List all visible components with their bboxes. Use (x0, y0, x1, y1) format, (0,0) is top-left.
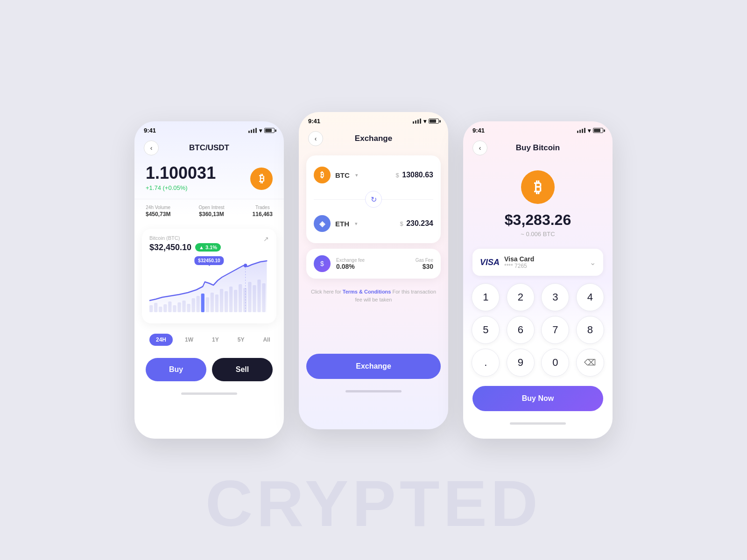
battery-icon-2 (429, 119, 439, 124)
exchange-button[interactable]: Exchange (306, 354, 441, 379)
divider-line-left (314, 199, 365, 200)
num-7[interactable]: 7 (541, 316, 569, 344)
status-icons-1: ▾ (248, 127, 275, 134)
stat-interest-label: Open Intrest (198, 205, 224, 210)
chevron-down-icon[interactable]: ⌄ (590, 258, 596, 267)
gas-fee-value: $30 (416, 263, 433, 270)
btc-dropdown[interactable]: ▾ (355, 172, 358, 178)
eth-coin-name: ETH (335, 220, 349, 228)
card-left: VISA Visa Card **** 7265 (480, 255, 534, 269)
num-6[interactable]: 6 (507, 316, 535, 344)
eth-dropdown[interactable]: ▾ (355, 221, 358, 227)
nav-bar-1: ‹ BTC/USDT (134, 137, 284, 159)
stats-row: 24h Volume $450,73M Open Intrest $360,13… (134, 199, 284, 223)
home-indicator-3 (510, 422, 566, 425)
eth-amount-container: $ 230.234 (400, 219, 433, 228)
num-1[interactable]: 1 (472, 283, 500, 311)
eth-left: ◈ ETH ▾ (314, 215, 358, 232)
buy-bitcoin-header: ₿ $3,283.26 ~ 0.006 BTC (463, 159, 613, 245)
status-bar-2: 9:41 ▾ (299, 112, 448, 127)
chart-label: Bitcoin (BTC) (149, 235, 221, 241)
backspace-button[interactable]: ⌫ (576, 349, 604, 377)
back-button-1[interactable]: ‹ (144, 140, 159, 155)
signal-icon-3 (577, 128, 585, 133)
num-5[interactable]: 5 (472, 316, 500, 344)
eth-coin-icon: ◈ (314, 215, 331, 232)
terms-link[interactable]: Terms & Conditions (343, 289, 391, 294)
action-buttons: Buy Sell (134, 350, 284, 392)
watermark: CRYPTED (205, 466, 542, 541)
buy-now-button[interactable]: Buy Now (472, 386, 603, 411)
wifi-icon-2: ▾ (423, 118, 426, 125)
expand-icon[interactable]: ↗ (263, 235, 269, 243)
filter-all[interactable]: All (256, 334, 276, 346)
btc-badge: ₿ (250, 168, 273, 190)
status-bar-1: 9:41 ▾ (134, 121, 284, 137)
phone-buy-bitcoin: 9:41 ▾ ‹ Buy Bitcoin ₿ $3,283.2 (463, 121, 613, 439)
buy-button[interactable]: Buy (146, 358, 206, 381)
screens-container: 9:41 ▾ ‹ BTC/USDT 1.100031 +1.7 (134, 121, 613, 439)
card-name: Visa Card (504, 255, 534, 263)
gas-fee-label: Gas Fee (416, 258, 433, 263)
status-bar-3: 9:41 ▾ (463, 121, 613, 137)
nav-bar-3: ‹ Buy Bitcoin (463, 137, 613, 159)
num-0[interactable]: 0 (541, 349, 569, 377)
num-3[interactable]: 3 (541, 283, 569, 311)
num-4[interactable]: 4 (576, 283, 604, 311)
swap-button[interactable]: ↻ (365, 191, 382, 208)
stat-interest: Open Intrest $360,13M (198, 205, 224, 217)
time-3: 9:41 (472, 127, 485, 134)
time-1: 9:41 (144, 127, 156, 134)
wifi-icon-3: ▾ (588, 127, 591, 134)
btc-row: ₿ BTC ▾ $ 13080.63 (314, 163, 433, 187)
buy-price: $3,283.26 (471, 211, 605, 229)
signal-icon-2 (413, 119, 421, 124)
battery-icon-3 (593, 128, 603, 133)
exchange-fee-value: 0.08% (336, 263, 410, 270)
btc-amount-container: $ 13080.63 (396, 171, 433, 179)
price-section: 1.100031 +1.74 (+0.05%) ₿ (134, 159, 284, 199)
fee-icon: $ (314, 255, 331, 272)
wifi-icon: ▾ (259, 127, 262, 134)
dollar-sign-eth: $ (400, 220, 403, 227)
stat-trades-value: 116,463 (253, 211, 273, 217)
btc-left: ₿ BTC ▾ (314, 167, 358, 183)
filter-24h[interactable]: 24H (149, 334, 173, 346)
num-dot[interactable]: . (472, 349, 500, 377)
terms-text: Click here for Terms & Conditions For th… (299, 282, 448, 309)
chart-badge: ▲ 3.1% (195, 243, 221, 252)
phone-btc-usdt: 9:41 ▾ ‹ BTC/USDT 1.100031 +1.7 (134, 121, 284, 439)
nav-title-2: Exchange (355, 134, 392, 143)
chart-price: $32,450.10 (149, 243, 191, 252)
filter-5y[interactable]: 5Y (231, 334, 251, 346)
exchange-card: ₿ BTC ▾ $ 13080.63 ↻ ◈ ETH (306, 155, 441, 243)
eth-amount: 230.234 (406, 219, 433, 227)
num-9[interactable]: 9 (507, 349, 535, 377)
card-number: **** 7265 (504, 263, 534, 269)
btc-coin-icon: ₿ (314, 167, 331, 183)
time-filters: 24H 1W 1Y 5Y All (142, 329, 276, 350)
divider-row: ↻ (314, 187, 433, 211)
btc-amount: 13080.63 (402, 171, 433, 179)
chart-area: $32450.10 (149, 256, 269, 317)
numpad: 1 2 3 4 5 6 7 8 . 9 0 ⌫ (463, 280, 613, 380)
filter-1y[interactable]: 1Y (205, 334, 226, 346)
nav-bar-2: ‹ Exchange (299, 127, 448, 150)
exchange-fee-label: Exchange fee (336, 258, 410, 263)
terms-prefix: Click here for (311, 289, 341, 294)
card-row[interactable]: VISA Visa Card **** 7265 ⌄ (472, 249, 603, 276)
num-8[interactable]: 8 (576, 316, 604, 344)
sell-button[interactable]: Sell (212, 358, 273, 381)
status-icons-2: ▾ (413, 118, 439, 125)
stat-volume-label: 24h Volume (146, 205, 170, 210)
phone-exchange: 9:41 ▾ ‹ Exchange (299, 112, 448, 429)
fee-details-right: Gas Fee $30 (416, 258, 433, 270)
back-button-3[interactable]: ‹ (472, 140, 487, 155)
visa-logo: VISA (480, 258, 500, 267)
back-button-2[interactable]: ‹ (308, 131, 323, 146)
time-2: 9:41 (308, 118, 320, 125)
num-2[interactable]: 2 (507, 283, 535, 311)
eth-row: ◈ ETH ▾ $ 230.234 (314, 211, 433, 236)
filter-1w[interactable]: 1W (178, 334, 200, 346)
chart-section: Bitcoin (BTC) $32,450.10 ▲ 3.1% ↗ $32450… (142, 229, 276, 323)
